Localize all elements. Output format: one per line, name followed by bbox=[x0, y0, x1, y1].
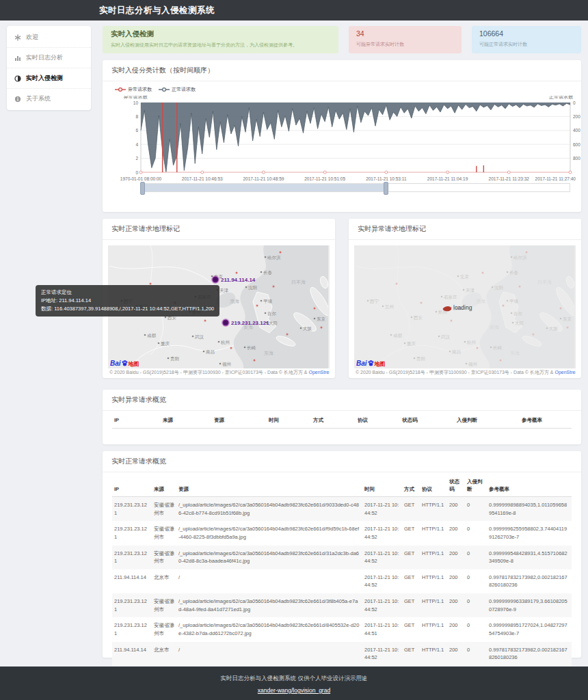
column-header-来源: 来源 bbox=[152, 474, 176, 497]
abnormal-count-card: 34 可能异常请求实时计数 bbox=[349, 26, 462, 53]
datazoom-left-handle[interactable] bbox=[140, 182, 145, 195]
table-cell: GET bbox=[402, 497, 420, 522]
table-cell: /_upload/article/images/62/ca/3a0560164b… bbox=[176, 521, 362, 545]
footer-text: 实时日志分析与入侵检测系统 仅供个人毕业设计演示用途 bbox=[0, 667, 588, 683]
osm-link[interactable]: OpenStreetMap bbox=[554, 370, 576, 375]
column-header-资源: 资源 bbox=[176, 474, 362, 497]
map-tooltip: 正常请求定位 IP地址: 211.94.114.14 数据: 116.40387… bbox=[36, 285, 219, 317]
svg-text:正常请求数: 正常请求数 bbox=[549, 96, 574, 99]
datazoom-right-handle[interactable] bbox=[384, 182, 388, 195]
svg-text:武汉: 武汉 bbox=[194, 334, 204, 340]
svg-text:南昌: 南昌 bbox=[452, 349, 461, 354]
column-header-状态码: 状态码 bbox=[400, 412, 455, 428]
table-row: 219.231.23.121安徽省滁州市/_upload/article/ima… bbox=[112, 497, 572, 522]
svg-text:兰州: 兰州 bbox=[385, 304, 394, 309]
half-circle-icon bbox=[14, 75, 21, 82]
svg-text:渤海: 渤海 bbox=[230, 299, 239, 304]
table-cell: GET bbox=[402, 593, 420, 617]
table-cell: 安徽省滁州市 bbox=[152, 521, 176, 545]
app-header: 实时日志分析与入侵检测系统 bbox=[0, 0, 588, 21]
sidebar-item-实时入侵检测[interactable]: 实时入侵检测 bbox=[7, 68, 91, 89]
svg-text:6: 6 bbox=[135, 128, 138, 133]
normal-request-marker[interactable] bbox=[223, 320, 229, 326]
table-cell: 0 bbox=[465, 617, 487, 641]
legend-item-异常请求数[interactable]: 异常请求数 bbox=[115, 86, 152, 93]
legend-item-正常请求数[interactable]: 正常请求数 bbox=[159, 86, 196, 93]
svg-text:天津: 天津 bbox=[466, 288, 475, 293]
svg-text:杭州: 杭州 bbox=[466, 340, 476, 345]
table-cell: 安徽省滁州市 bbox=[152, 497, 176, 522]
table-cell: /_upload/article/images/62/ca/3a0560164b… bbox=[176, 497, 362, 522]
normal-request-marker[interactable] bbox=[213, 277, 219, 283]
abnormal-requests-map[interactable]: 渤海黄海东海日本海哈尔滨长春沈阳北京天津石家庄济南西宁兰州西安郑州成都重庆武汉南… bbox=[354, 245, 576, 377]
table-row: 219.231.23.121安徽省滁州市/_upload/article/ima… bbox=[112, 546, 572, 569]
map-loading-label: loading bbox=[453, 304, 472, 311]
column-header-参考概率: 参考概率 bbox=[520, 412, 572, 428]
tooltip-data: 数据: 116.40387397,39.91488908,/,2017-11-2… bbox=[41, 305, 214, 313]
table-cell: / bbox=[176, 569, 362, 593]
svg-text:成都: 成都 bbox=[147, 333, 157, 338]
intrusion-timeline-panel: 实时入侵分类计数（按时间顺序） 异常请求数正常请求数 1086420020040… bbox=[103, 60, 581, 212]
table-cell: 200 bbox=[447, 593, 465, 617]
tooltip-title: 正常请求定位 bbox=[41, 288, 214, 297]
table-cell: GET bbox=[402, 569, 420, 593]
svg-text:200: 200 bbox=[573, 114, 580, 119]
table-cell: 0.997817832173982,0.0021821678260180236 bbox=[487, 642, 572, 666]
table-cell: GET bbox=[402, 642, 420, 666]
svg-text:大田: 大田 bbox=[515, 321, 524, 326]
table-cell: GET bbox=[402, 546, 420, 569]
baidu-paw-icon bbox=[367, 360, 375, 367]
datazoom-selected-range[interactable] bbox=[142, 184, 386, 191]
map-attribution: © 2020 Baidu - GS(2019)5218号 - 甲测资字11009… bbox=[108, 368, 330, 377]
abnormal-map-title: 实时异常请求地理标记 bbox=[349, 219, 581, 240]
svg-text:2017-11-21 11:04:19: 2017-11-21 11:04:19 bbox=[427, 176, 468, 181]
normal-requests-map[interactable]: 渤海黄海东海日本海哈尔滨长春沈阳北京天津石家庄济南西宁兰州西安郑州成都重庆武汉南… bbox=[108, 245, 330, 377]
table-cell: 211.94.114.14 bbox=[112, 569, 152, 593]
table-row: 219.231.23.121安徽省滁州市/_upload/article/ima… bbox=[112, 521, 572, 545]
sidebar-item-label: 欢迎 bbox=[26, 33, 38, 42]
table-cell: 200 bbox=[447, 521, 465, 545]
normal-count-label: 可能正常请求实时计数 bbox=[479, 41, 574, 48]
svg-text:2017-11-21 10:46:53: 2017-11-21 10:46:53 bbox=[182, 176, 223, 181]
sidebar-item-关于系统[interactable]: 关于系统 bbox=[7, 89, 91, 109]
svg-text:福州: 福州 bbox=[222, 362, 231, 367]
table-cell: 0 bbox=[465, 521, 487, 545]
sidebar-item-实时日志分析[interactable]: 实时日志分析 bbox=[7, 48, 91, 68]
svg-text:大阪: 大阪 bbox=[549, 326, 559, 331]
table-cell: 2017-11-21 10:44:52 bbox=[362, 569, 402, 593]
column-header-协议: 协议 bbox=[420, 474, 447, 497]
footer-repo-link[interactable]: xander-wang/logvision_grad bbox=[258, 687, 330, 694]
sidebar-item-欢迎[interactable]: 欢迎 bbox=[7, 27, 91, 48]
table-cell: 200 bbox=[447, 569, 465, 593]
svg-text:贵阳: 贵阳 bbox=[416, 356, 425, 362]
intrusion-timeline-chart[interactable]: 10864200200400600800异常请求数正常请求数1970-01-01… bbox=[107, 96, 581, 187]
svg-text:2017-11-21 10:48:59: 2017-11-21 10:48:59 bbox=[243, 176, 284, 181]
svg-text:8: 8 bbox=[135, 114, 138, 119]
svg-text:东京: 东京 bbox=[563, 317, 572, 321]
abnormal-requests-table: IP来源资源时间方式协议状态码入侵判断参考概率 bbox=[112, 412, 572, 429]
app-footer: 实时日志分析与入侵检测系统 仅供个人毕业设计演示用途 xander-wang/l… bbox=[0, 667, 588, 700]
svg-text:2017-11-21 10:53:11: 2017-11-21 10:53:11 bbox=[366, 176, 407, 181]
legend-marker-icon bbox=[159, 87, 170, 92]
datazoom-slider[interactable] bbox=[141, 183, 570, 192]
normal-count-value: 106664 bbox=[479, 29, 574, 38]
svg-text:哈尔滨: 哈尔滨 bbox=[267, 255, 281, 260]
abnormal-requests-table-panel: 实时异常请求概览 IP来源资源时间方式协议状态码入侵判断参考概率 bbox=[103, 390, 581, 444]
svg-text:东海: 东海 bbox=[264, 351, 273, 356]
column-header-方式: 方式 bbox=[311, 412, 356, 428]
svg-text:大田: 大田 bbox=[269, 321, 278, 326]
svg-text:渤海: 渤海 bbox=[476, 299, 485, 304]
osm-link[interactable]: OpenStreetMap bbox=[308, 370, 330, 375]
normal-table-title: 实时正常请求概览 bbox=[103, 451, 581, 472]
column-header-IP: IP bbox=[112, 474, 152, 497]
column-header-方式: 方式 bbox=[402, 474, 420, 497]
marker-ip-label: 219.231.23.121 bbox=[231, 320, 269, 326]
intro-card: 实时入侵检测 实时入侵检测使用实时日志中的请求资源地址与基于分类的方法，为入侵检… bbox=[103, 26, 338, 53]
table-header-row: IP来源资源时间方式协议状态码入侵判断参考概率 bbox=[112, 412, 572, 428]
table-cell: 219.231.23.121 bbox=[112, 497, 152, 522]
abnormal-requests-map-panel: 实时异常请求地理标记 渤海黄海东海日本海哈尔滨长春沈阳北京天津石家庄济南西宁兰州… bbox=[349, 219, 581, 378]
table-cell: 200 bbox=[447, 497, 465, 522]
summary-cards-row: 实时入侵检测 实时入侵检测使用实时日志中的请求资源地址与基于分类的方法，为入侵检… bbox=[103, 26, 581, 53]
svg-text:东京: 东京 bbox=[317, 317, 326, 321]
sidebar-item-label: 关于系统 bbox=[26, 94, 51, 103]
